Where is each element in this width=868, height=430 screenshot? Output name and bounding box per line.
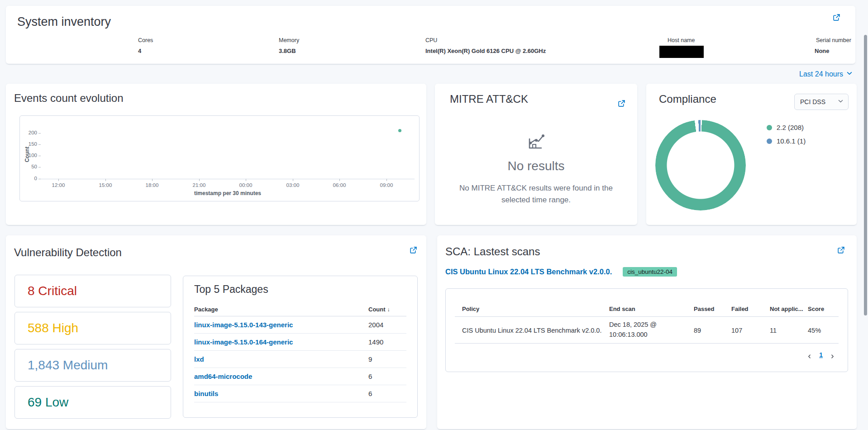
severity-label: Critical bbox=[38, 284, 77, 298]
open-in-new-icon[interactable] bbox=[833, 14, 840, 21]
sca-latest-scans-panel: SCA: Lastest scans CIS Ubuntu Linux 22.0… bbox=[437, 235, 857, 429]
events-chart[interactable]: Count 200 150 100 50 0 12:00 15:00 18:00… bbox=[19, 115, 420, 201]
chevron-down-icon bbox=[838, 98, 844, 106]
inventory-field-cores: Cores 4 bbox=[138, 37, 153, 54]
x-axis-title: timestamp per 30 minutes bbox=[41, 190, 415, 196]
open-in-new-icon[interactable] bbox=[618, 100, 625, 107]
sort-descending-icon: ↓ bbox=[387, 306, 390, 313]
y-tick-mark bbox=[38, 167, 41, 167]
severity-label: High bbox=[52, 321, 79, 335]
open-in-new-icon[interactable] bbox=[410, 246, 417, 254]
severity-count: 8 bbox=[28, 284, 35, 298]
severity-card-critical[interactable]: 8 Critical bbox=[14, 275, 171, 307]
column-header-policy[interactable]: Policy bbox=[462, 306, 479, 312]
time-range-label: Last 24 hours bbox=[799, 70, 843, 78]
x-tick-mark bbox=[152, 179, 153, 181]
cell-not-applicable: 11 bbox=[770, 327, 777, 334]
x-tick-mark bbox=[386, 179, 387, 181]
x-axis-line bbox=[41, 179, 415, 179]
cell-passed: 89 bbox=[694, 327, 701, 334]
redacted-host-name bbox=[659, 46, 704, 58]
field-label: Host name bbox=[668, 37, 704, 43]
x-tick-mark bbox=[293, 179, 293, 181]
table-row: amd64-microcode 6 bbox=[194, 368, 406, 385]
column-header-passed[interactable]: Passed bbox=[694, 306, 715, 312]
x-tick-label: 03:00 bbox=[286, 182, 300, 188]
package-link[interactable]: binutils bbox=[194, 390, 218, 397]
x-tick-label: 00:00 bbox=[239, 182, 253, 188]
row-divider bbox=[455, 343, 839, 344]
column-header-package[interactable]: Package bbox=[194, 306, 368, 313]
previous-page-icon[interactable] bbox=[807, 353, 812, 358]
severity-card-low[interactable]: 69 Low bbox=[14, 386, 171, 419]
x-tick-mark bbox=[199, 179, 200, 181]
vulnerability-detection-panel: Vulnerability Detection 8 Critical 588 H… bbox=[6, 235, 426, 429]
page-number[interactable]: 1 bbox=[819, 351, 823, 358]
chevron-down-icon bbox=[846, 70, 853, 78]
severity-card-medium[interactable]: 1,843 Medium bbox=[14, 349, 171, 382]
y-tick-label: 150 bbox=[20, 141, 37, 147]
compliance-donut-chart[interactable] bbox=[655, 120, 746, 210]
package-link[interactable]: lxd bbox=[194, 355, 204, 363]
package-count: 6 bbox=[368, 373, 406, 380]
package-count: 2004 bbox=[368, 321, 406, 329]
legend-label: 10.6.1 (1) bbox=[777, 137, 806, 145]
package-link[interactable]: linux-image-5.15.0-164-generic bbox=[194, 338, 293, 346]
selected-standard: PCI DSS bbox=[800, 98, 838, 105]
inventory-field-host-name: Host name bbox=[659, 37, 704, 58]
legend-label: 2.2 (208) bbox=[777, 124, 804, 131]
severity-card-high[interactable]: 588 High bbox=[14, 312, 171, 344]
system-inventory-title: System inventory bbox=[17, 15, 111, 29]
chart-icon bbox=[435, 131, 637, 153]
x-tick-mark bbox=[339, 179, 340, 181]
severity-count: 588 bbox=[28, 321, 49, 335]
compliance-panel: Compliance PCI DSS 2.2 (208) 10.6.1 (1) bbox=[646, 84, 857, 225]
time-range-selector[interactable]: Last 24 hours bbox=[799, 70, 853, 78]
y-tick-mark bbox=[38, 156, 41, 156]
x-tick-label: 06:00 bbox=[333, 182, 346, 188]
y-tick-label: 200 bbox=[20, 130, 37, 135]
x-tick-label: 09:00 bbox=[380, 182, 393, 188]
table-row: lxd 9 bbox=[194, 351, 406, 368]
top-packages-table: Package Count↓ linux-image-5.15.0-143-ge… bbox=[194, 302, 406, 402]
legend-item[interactable]: 10.6.1 (1) bbox=[767, 137, 806, 145]
compliance-legend: 2.2 (208) 10.6.1 (1) bbox=[767, 124, 806, 145]
x-tick-label: 12:00 bbox=[52, 182, 65, 188]
next-page-icon[interactable] bbox=[830, 353, 835, 358]
severity-label: Low bbox=[45, 395, 68, 410]
column-header-failed[interactable]: Failed bbox=[731, 306, 749, 312]
column-header-end-scan[interactable]: End scan bbox=[609, 306, 635, 312]
field-label: Memory bbox=[279, 37, 299, 43]
sca-policy-link[interactable]: CIS Ubuntu Linux 22.04 LTS Benchmark v2.… bbox=[445, 268, 612, 276]
package-count: 1490 bbox=[368, 338, 406, 346]
empty-state-title: No results bbox=[435, 159, 637, 173]
compliance-standard-select[interactable]: PCI DSS bbox=[794, 94, 849, 110]
mitre-attack-panel: MITRE ATT&CK No results No MITRE ATT&CK … bbox=[435, 84, 637, 225]
vertical-scrollbar[interactable] bbox=[864, 35, 867, 315]
column-header-not-applicable[interactable]: Not applic... bbox=[770, 306, 803, 312]
package-link[interactable]: amd64-microcode bbox=[194, 373, 252, 380]
severity-count: 69 bbox=[28, 395, 42, 410]
inventory-field-cpu: CPU Intel(R) Xeon(R) Gold 6126 CPU @ 2.6… bbox=[425, 37, 546, 54]
top-packages-card: Top 5 Packages Package Count↓ linux-imag… bbox=[183, 276, 418, 418]
package-link[interactable]: linux-image-5.15.0-143-generic bbox=[194, 321, 293, 329]
field-value: None bbox=[815, 48, 851, 54]
legend-color-dot bbox=[767, 139, 772, 144]
legend-item[interactable]: 2.2 (208) bbox=[767, 124, 806, 131]
events-count-evolution-panel: Events count evolution Count 200 150 100… bbox=[6, 84, 426, 225]
package-count: 9 bbox=[368, 355, 406, 363]
table-row: linux-image-5.15.0-164-generic 1490 bbox=[194, 334, 406, 351]
y-tick-label: 50 bbox=[20, 164, 37, 169]
inventory-field-memory: Memory 3.8GB bbox=[279, 37, 299, 54]
x-tick-mark bbox=[105, 179, 106, 181]
mitre-panel-title: MITRE ATT&CK bbox=[450, 93, 528, 105]
data-point[interactable] bbox=[398, 129, 401, 132]
y-tick-mark bbox=[38, 144, 41, 145]
column-header-count[interactable]: Count↓ bbox=[368, 306, 406, 313]
y-tick-mark bbox=[38, 133, 41, 134]
cell-policy: CIS Ubuntu Linux 22.04 LTS Benchmark v2.… bbox=[462, 327, 601, 334]
vulnerability-panel-title: Vulnerability Detection bbox=[14, 246, 122, 259]
column-header-score[interactable]: Score bbox=[808, 306, 824, 312]
open-in-new-icon[interactable] bbox=[837, 246, 845, 254]
sca-policy-badge: cis_ubuntu22-04 bbox=[623, 267, 677, 277]
